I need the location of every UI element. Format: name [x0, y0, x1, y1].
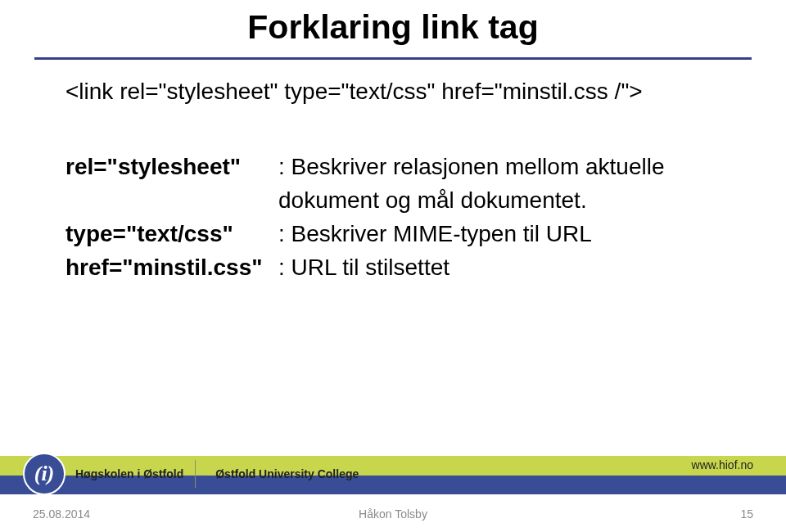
logo-icon: (i) [23, 453, 66, 495]
def-row: dokument og mål dokumentet. [66, 186, 665, 216]
logo-glyph: (i) [34, 462, 55, 486]
def: : Beskriver relasjonen mellom aktuelle [278, 152, 665, 183]
footer-bar: (i) Høgskolen i Østfold Østfold Universi… [0, 456, 786, 494]
term: href="minstil.css" [66, 253, 278, 283]
def: : URL til stilsettet [278, 253, 449, 283]
code-example: <link rel="stylesheet" type="text/css" h… [66, 79, 643, 105]
separator [195, 460, 196, 488]
footer-author: Håkon Tolsby [0, 507, 786, 521]
term [66, 186, 278, 216]
term: rel="stylesheet" [66, 152, 278, 183]
def-row: href="minstil.css" : URL til stilsettet [66, 253, 665, 283]
definitions: rel="stylesheet" : Beskriver relasjonen … [66, 152, 665, 286]
page-title: Forklaring link tag [0, 8, 786, 47]
institution-block: (i) Høgskolen i Østfold Østfold Universi… [23, 453, 359, 495]
institution-en: Østfold University College [215, 468, 359, 480]
def-row: rel="stylesheet" : Beskriver relasjonen … [66, 152, 665, 183]
title-underline [34, 57, 752, 60]
institution-name-no: Høgskolen i Østfold [75, 468, 183, 480]
url: www.hiof.no [692, 458, 753, 471]
footer-page: 15 [740, 507, 753, 521]
def-row: type="text/css" : Beskriver MIME-typen t… [66, 219, 665, 250]
slide: Forklaring link tag <link rel="styleshee… [0, 0, 786, 532]
institution-no: Høgskolen i Østfold [75, 468, 183, 480]
institution-name-en: Østfold University College [215, 468, 359, 480]
def: dokument og mål dokumentet. [278, 186, 587, 216]
term: type="text/css" [66, 219, 278, 250]
def: : Beskriver MIME-typen til URL [278, 219, 592, 250]
